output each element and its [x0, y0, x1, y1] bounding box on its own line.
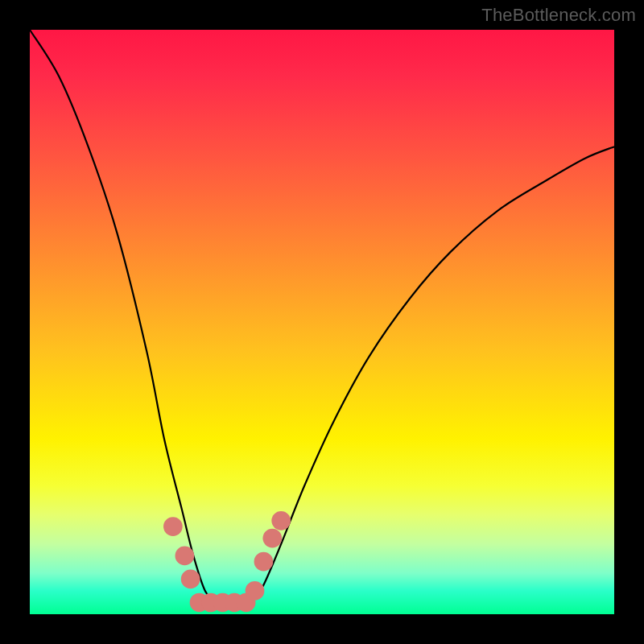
valley-marker	[175, 547, 195, 566]
valley-marker	[271, 511, 291, 530]
valley-marker	[262, 529, 282, 548]
valley-marker	[246, 581, 265, 601]
valley-marker	[254, 552, 274, 572]
valley-marker	[163, 517, 183, 536]
valley-marker	[181, 570, 200, 589]
chart-svg	[30, 30, 614, 614]
left-curve	[30, 30, 252, 604]
right-curve	[252, 147, 614, 602]
chart-plot-area	[30, 30, 614, 614]
watermark-text: TheBottleneck.com	[481, 5, 636, 26]
chart-frame: TheBottleneck.com	[0, 0, 644, 644]
valley-markers	[163, 511, 291, 612]
